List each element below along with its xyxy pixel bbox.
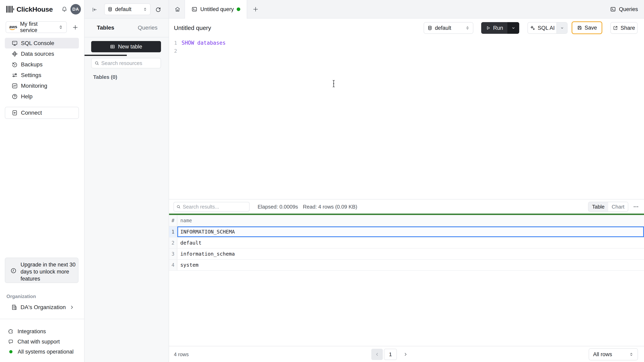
organization-section-label: Organization: [6, 294, 36, 299]
editor-line[interactable]: 2: [169, 47, 644, 55]
new-tab-button[interactable]: [251, 5, 260, 14]
run-button[interactable]: Run: [481, 22, 507, 34]
query-database-selector[interactable]: default: [424, 22, 473, 34]
tables-section-label: Tables (0): [93, 74, 117, 80]
column-header-name[interactable]: name: [177, 215, 644, 226]
sidebar-item-sql-console[interactable]: SQL Console: [5, 38, 79, 48]
new-table-button[interactable]: New table: [91, 41, 161, 52]
sidebar-item-chat-support[interactable]: Chat with support: [8, 338, 80, 346]
sidebar-header: ClickHouse DA: [0, 0, 84, 18]
home-icon[interactable]: [173, 5, 182, 14]
tab-untitled-query[interactable]: Untitled query: [184, 0, 247, 18]
results-search-input[interactable]: [183, 204, 247, 210]
row-count-label: 4 rows: [174, 346, 189, 362]
tab-queries[interactable]: Queries: [126, 18, 169, 37]
chevron-left-icon: [375, 352, 380, 357]
unsaved-changes-dot-icon: [237, 7, 240, 11]
cell-name[interactable]: system: [177, 260, 644, 270]
row-number: 2: [169, 238, 177, 248]
sidebar-item-label: Data sources: [21, 51, 54, 57]
cell-name[interactable]: default: [177, 238, 644, 248]
new-table-label: New table: [118, 44, 142, 50]
connect-label: Connect: [21, 110, 42, 116]
save-button[interactable]: Save: [572, 21, 602, 34]
avatar[interactable]: DA: [70, 4, 81, 14]
notifications-bell-icon[interactable]: [60, 4, 69, 14]
elapsed-stat: Elapsed: 0.0009s: [258, 200, 298, 214]
run-options-button[interactable]: [507, 22, 519, 34]
line-number: 1: [169, 40, 177, 46]
organization-item[interactable]: DA's Organization: [5, 302, 79, 313]
chevron-updown-icon: [143, 7, 147, 11]
service-selector[interactable]: aws My first service: [6, 21, 67, 33]
sidebar-item-label: Backups: [21, 61, 42, 68]
next-page-button[interactable]: [400, 349, 410, 360]
cell-name[interactable]: information_schema: [177, 249, 644, 259]
cell-name[interactable]: INFORMATION_SCHEMA: [177, 226, 644, 237]
view-toggle: Table Chart: [588, 202, 628, 212]
table-row[interactable]: 2 default: [169, 238, 644, 249]
resource-search-input[interactable]: [101, 60, 158, 66]
sql-ai-options-button[interactable]: [556, 22, 567, 33]
toggle-chart[interactable]: Chart: [608, 202, 628, 211]
clock-icon: [10, 268, 16, 274]
sql-ai-label: SQL AI: [538, 25, 555, 31]
page-size-selector[interactable]: All rows: [589, 348, 638, 361]
sql-ai-button[interactable]: SQL AI: [528, 22, 556, 33]
save-label: Save: [585, 25, 597, 31]
sql-editor[interactable]: 1 SHOW databases 2: [169, 37, 644, 199]
search-icon: [94, 61, 99, 65]
sparkles-icon: [530, 25, 535, 31]
upgrade-notice-card[interactable]: Upgrade in the next 30 days to unlock mo…: [5, 258, 78, 283]
tab-tables[interactable]: Tables: [84, 18, 126, 37]
table-row[interactable]: 1 INFORMATION_SCHEMA: [169, 226, 644, 238]
monitoring-icon: [12, 83, 18, 89]
refresh-icon[interactable]: [154, 5, 162, 14]
save-floppy-icon: [577, 25, 582, 30]
explorer-topbar: default: [84, 0, 169, 18]
add-service-button[interactable]: [72, 24, 79, 31]
sql-ai-button-group: SQL AI: [528, 22, 568, 34]
sidebar-item-monitoring[interactable]: Monitoring: [5, 80, 79, 91]
connect-icon: [12, 110, 18, 116]
collapse-panel-icon[interactable]: [90, 5, 99, 14]
sidebar-item-data-sources[interactable]: Data sources: [5, 48, 79, 59]
resource-search-box[interactable]: [91, 58, 161, 68]
run-button-group: Run: [481, 22, 519, 34]
settings-icon: [12, 72, 18, 78]
prev-page-button[interactable]: [371, 349, 383, 360]
building-icon: [11, 304, 17, 310]
aws-logo: aws: [9, 24, 17, 30]
sidebar-item-label: SQL Console: [21, 40, 54, 46]
table-row[interactable]: 4 system: [169, 260, 644, 271]
sidebar-item-settings[interactable]: Settings: [5, 70, 79, 80]
page-number-button[interactable]: 1: [384, 349, 397, 360]
system-status-item[interactable]: All systems operational: [8, 348, 80, 356]
play-icon: [486, 25, 491, 30]
toggle-table[interactable]: Table: [588, 202, 608, 211]
database-selector[interactable]: default: [104, 3, 150, 15]
chevron-down-icon: [560, 26, 564, 30]
query-tabstrip: Untitled query Queries: [169, 0, 644, 18]
sidebar: ClickHouse DA aws My first service SQL C…: [0, 0, 84, 362]
sidebar-item-backups[interactable]: Backups: [5, 59, 79, 70]
query-header: Untitled query default Run: [169, 18, 644, 37]
results-search-box[interactable]: [174, 202, 250, 212]
integrations-label: Integrations: [18, 329, 46, 335]
chevron-updown-icon: [465, 26, 470, 30]
terminal-icon: [610, 6, 616, 12]
chevron-down-icon: [511, 26, 516, 30]
editor-line[interactable]: 1 SHOW databases: [169, 39, 644, 47]
active-tab-underline: [84, 55, 127, 56]
organization-name: DA's Organization: [20, 304, 66, 311]
share-button[interactable]: Share: [610, 22, 638, 34]
results-table-header: # name: [169, 215, 644, 226]
query-title[interactable]: Untitled query: [174, 18, 211, 37]
table-row[interactable]: 3 information_schema: [169, 249, 644, 260]
sidebar-item-integrations[interactable]: Integrations: [8, 328, 80, 336]
connect-button[interactable]: Connect: [5, 107, 79, 119]
sidebar-item-help[interactable]: Help: [5, 91, 79, 102]
ellipsis-menu-icon[interactable]: [631, 203, 641, 211]
query-database-value: default: [435, 25, 463, 31]
queries-button[interactable]: Queries: [610, 4, 638, 14]
